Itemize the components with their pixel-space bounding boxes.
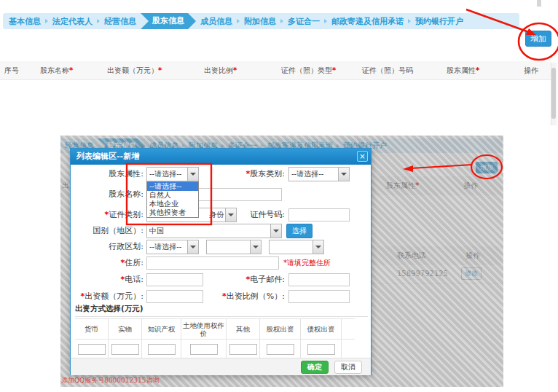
- tab-shareholder-info-active[interactable]: 股东信息: [141, 13, 196, 29]
- label-cert-type: *证件类别:: [71, 208, 144, 222]
- country-select: 中国: [146, 224, 282, 238]
- other-input: [229, 344, 257, 355]
- land-use-input: [190, 344, 218, 355]
- col-empty: [342, 319, 355, 339]
- modal-title: 列表编辑区--新增: [76, 149, 139, 165]
- label-email: *电子邮件:: [215, 273, 285, 287]
- col-cert-number: 证件（照）号码: [362, 61, 413, 80]
- background-col-contact-phone: 联系电话: [397, 251, 426, 261]
- label-ratio: *出资比例（%）:: [215, 289, 285, 304]
- cancel-button: 取消: [334, 361, 362, 374]
- contribution-header-row: 货币 实物 知识产权 土地使用权作价 其他 股权出资 债权出资: [75, 319, 355, 339]
- equity-input: [267, 344, 294, 355]
- shareholder-attr-dropdown-list: --请选择-- 自然人 本地企业 其他投资者: [146, 181, 199, 218]
- shareholder-table-header: 序号 股东名称* 出资额（万元）* 出资比例* 证件（照）类型* 证件（照）号码…: [0, 61, 551, 80]
- label-phone: *电话:: [71, 273, 144, 287]
- phone-input: [146, 273, 203, 286]
- label-shareholder-name: 股东名称:: [71, 187, 144, 202]
- tab-separator-icon: [97, 19, 100, 23]
- background-col-operation-2: 操作: [465, 251, 480, 261]
- shareholder-attr-value: --请选择--: [147, 168, 187, 181]
- label-country: 国别（地区）:: [71, 224, 144, 238]
- tab-separator-icon: [408, 19, 411, 23]
- col-contribution-amount: 出资额（万元）*: [107, 61, 162, 80]
- tab-bank-appointment[interactable]: 预约银行开户: [415, 16, 463, 27]
- tab-basic-info[interactable]: 基本信息: [9, 16, 41, 27]
- country-value: 中国: [147, 224, 270, 238]
- tab-separator-icon: [324, 19, 327, 23]
- dropdown-arrow-icon: [187, 168, 198, 181]
- background-modify-button: 修改: [461, 267, 482, 280]
- scrollbar-artifact: [537, 0, 541, 7]
- cert-number-input: [288, 208, 350, 222]
- close-icon: ×: [357, 151, 368, 162]
- col-cert-type: 证件（照）类型*: [281, 61, 336, 80]
- contribution-section-title: 出资方式选择(万元): [75, 304, 368, 317]
- background-col-operation: 操作: [463, 181, 478, 191]
- background-phone-value: 15899792125: [397, 270, 448, 278]
- dropdown-option-natural-person: 自然人: [147, 191, 198, 200]
- region-select-1: --请选择--: [146, 240, 199, 254]
- address-input: [146, 256, 279, 270]
- region-value: --请选择--: [147, 240, 187, 254]
- address-note: *请填完整住所: [283, 256, 331, 270]
- currency-input: [78, 344, 106, 355]
- screenshot-add-button: 增加: [476, 162, 498, 173]
- shareholder-category-select: --请选择--: [288, 167, 350, 181]
- col-shareholder-attr: 股东属性*: [447, 61, 479, 80]
- contribution-table: 货币 实物 知识产权 土地使用权作价 其他 股权出资 债权出资: [75, 318, 355, 359]
- tab-separator-icon: [237, 19, 240, 23]
- country-choose-button: 选择: [286, 224, 313, 238]
- qq-service-note: 添加QQ服务号8000012315咨询: [61, 376, 159, 385]
- dropdown-arrow-icon: [270, 224, 281, 238]
- dropdown-arrow-icon: [313, 240, 323, 254]
- add-shareholder-button[interactable]: 增加: [525, 31, 551, 47]
- region-select-2: [206, 240, 262, 254]
- label-cert-number: 证件号码:: [215, 208, 285, 222]
- dropdown-option-local-enterprise: 本地企业: [147, 200, 198, 208]
- dropdown-arrow-icon: [250, 240, 261, 254]
- dropdown-option-please-select: --请选择--: [147, 182, 198, 191]
- region-value-2: [207, 240, 250, 254]
- label-shareholder-category: *股东类别:: [215, 167, 285, 181]
- tab-multi-cert[interactable]: 多证合一: [288, 16, 320, 27]
- step-tabbar: 基本信息 法定代表人 经营信息 股东信息 成员信息 附加信息 多证合一 邮政寄递…: [3, 13, 519, 29]
- modal-footer: 确定 取消: [71, 358, 371, 375]
- col-in-kind: 实物: [109, 319, 142, 339]
- ratio-input: [288, 290, 350, 303]
- tab-business-info[interactable]: 经营信息: [104, 16, 136, 27]
- background-col-shareholder-attr: 股东属性*: [386, 181, 419, 191]
- tab-separator-icon: [45, 19, 48, 23]
- tab-additional-info[interactable]: 附加信息: [244, 16, 276, 27]
- tab-separator-icon: [280, 19, 283, 23]
- contribution-input-row: [75, 339, 355, 358]
- col-equity: 股权出资: [260, 319, 301, 339]
- col-seq: 序号: [4, 61, 19, 80]
- col-shareholder-name: 股东名称*: [40, 61, 73, 80]
- label-amount: *出资额（万元）:: [71, 289, 144, 304]
- confirm-button: 确定: [301, 361, 329, 374]
- tab-legal-representative[interactable]: 法定代表人: [52, 16, 93, 27]
- label-shareholder-attr: 股东属性:: [71, 167, 144, 181]
- embedded-screenshot: 经营信息 股东信息 成员信息 附加信息 多证合一 邮政寄递及信用承诺 预约银行开…: [60, 136, 503, 387]
- debt-input: [307, 344, 335, 355]
- dropdown-arrow-icon: [338, 168, 349, 181]
- col-debt: 债权出资: [301, 319, 342, 339]
- tab-postal-credit[interactable]: 邮政寄递及信用承诺: [331, 16, 404, 27]
- scrollbar-thumb[interactable]: [551, 68, 556, 119]
- col-other: 其他: [227, 319, 260, 339]
- shareholder-attr-select: --请选择--: [146, 167, 199, 181]
- modal-title-bar: 列表编辑区--新增 ×: [71, 149, 371, 165]
- label-address: *住所:: [71, 256, 144, 270]
- shareholder-category-value: --请选择--: [289, 168, 338, 181]
- dropdown-arrow-icon: [187, 240, 198, 254]
- label-region: 行政区划:: [71, 240, 144, 254]
- col-contribution-ratio: 出资比例*: [204, 61, 237, 80]
- dropdown-option-other-investor: 其他投资者: [147, 208, 198, 217]
- in-kind-input: [111, 344, 139, 355]
- region-value-3: [270, 240, 313, 254]
- page: 基本信息 法定代表人 经营信息 股东信息 成员信息 附加信息 多证合一 邮政寄递…: [0, 0, 558, 392]
- tab-member-info[interactable]: 成员信息: [200, 16, 232, 27]
- amount-input: [146, 290, 203, 303]
- new-shareholder-modal: 列表编辑区--新增 × 股东属性: --请选择-- *股东类别: --请选择--…: [70, 148, 372, 375]
